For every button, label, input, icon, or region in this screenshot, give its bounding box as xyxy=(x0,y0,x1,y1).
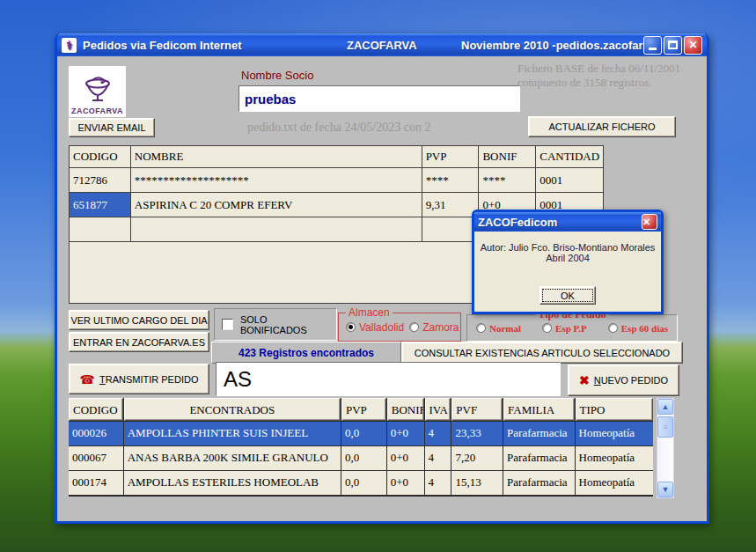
cell-codigo[interactable]: 712786 xyxy=(70,168,131,193)
cell-familia[interactable]: Parafarmacia xyxy=(503,422,575,445)
dialog-close-button[interactable]: ✕ xyxy=(642,214,657,230)
cell-nombre[interactable]: ******************** xyxy=(131,168,422,193)
actualizar-fichero-button[interactable]: ACTUALIZAR FICHERO xyxy=(528,116,676,137)
enviar-email-button[interactable]: ENVIAR EMAIL xyxy=(69,118,155,137)
cell-familia[interactable]: Parafarmacia xyxy=(503,446,575,470)
cell-familia[interactable]: Parafarmacia xyxy=(503,471,575,495)
nombre-socio-input[interactable] xyxy=(239,85,520,112)
radio-icon[interactable] xyxy=(476,323,486,333)
radio-normal[interactable]: Normal xyxy=(476,323,521,334)
title-bar[interactable]: ⚕ Pedidos via Fedicom Internet ZACOFARVA… xyxy=(57,33,707,56)
cell-codigo[interactable] xyxy=(70,217,131,242)
transmitir-label: TRANSMITIR PEDIDO xyxy=(99,374,198,385)
cell-encontrados[interactable]: AMPOLLAS PHINTER SUIS INJEEL xyxy=(124,422,341,445)
nuevo-pedido-button[interactable]: ✖ NUEVO PEDIDO xyxy=(568,364,679,396)
maximize-button[interactable] xyxy=(664,36,682,55)
tipo-pedido-group: Tipo de Pedido Normal Esp P.P Esp 60 dia… xyxy=(466,314,678,342)
radio-valladolid[interactable]: Valladolid xyxy=(346,321,404,334)
results-scrollbar[interactable]: ▲ ≡ ▼ xyxy=(657,398,674,498)
dialog-title-bar[interactable]: ZACOFedicom ✕ xyxy=(474,212,661,232)
cell-encontrados[interactable]: ANAS BARBA 200K SIMILE GRANULO xyxy=(124,446,341,470)
radio-checked-icon[interactable] xyxy=(346,322,356,332)
scroll-down-icon[interactable]: ▼ xyxy=(657,482,673,497)
table-row-selected[interactable]: 000026 AMPOLLAS PHINTER SUIS INJEEL 0,0 … xyxy=(69,422,653,445)
radio-label: Normal xyxy=(489,323,521,334)
solo-bonificados-panel: SOLO BONIFICADOS xyxy=(214,308,337,341)
status-text: 423 Registros encontrados xyxy=(239,347,374,359)
cell-pvp[interactable]: **** xyxy=(422,168,480,193)
col-header: CODIGO xyxy=(69,398,123,421)
radio-icon[interactable] xyxy=(542,323,552,333)
maximize-icon xyxy=(668,40,678,49)
radio-icon[interactable] xyxy=(608,323,618,333)
cell-iva[interactable]: 4 xyxy=(425,471,451,495)
radio-esp-pp[interactable]: Esp P.P xyxy=(542,323,587,334)
phone-icon: ☎ xyxy=(80,372,95,386)
entrar-zacofarva-button[interactable]: ENTRAR EN ZACOFARVA.ES xyxy=(69,332,209,352)
col-header: TIPO xyxy=(576,398,653,421)
transmitir-pedido-button[interactable]: ☎ TRANSMITIR PEDIDO xyxy=(69,364,209,394)
cell-pvp[interactable]: 0,0 xyxy=(341,471,386,495)
cell-pvp[interactable] xyxy=(422,217,480,242)
dialog-title: ZACOFedicom xyxy=(478,216,642,229)
radio-esp-60-dias[interactable]: Esp 60 dias xyxy=(608,323,668,334)
cell-pvp[interactable]: 0,0 xyxy=(341,446,386,470)
cell-codigo[interactable]: 651877 xyxy=(70,193,131,217)
table-row[interactable]: 000174 AMPOLLAS ESTERILES HOMEOLAB 0,0 0… xyxy=(69,471,653,495)
scrollbar-thumb[interactable]: ≡ xyxy=(657,416,673,438)
window-title-right: Noviembre 2010 -pedidos.zacofarv... xyxy=(461,39,643,52)
cell-encontrados[interactable]: AMPOLLAS ESTERILES HOMEOLAB xyxy=(124,471,341,495)
table-row[interactable]: 000067 ANAS BARBA 200K SIMILE GRANULO 0,… xyxy=(69,446,653,470)
pharmacy-icon: ⚕ xyxy=(62,38,77,53)
cell-pvp[interactable]: 0,0 xyxy=(341,422,386,445)
cell-tipo[interactable]: Homeopatía xyxy=(576,471,653,495)
cell-codigo[interactable]: 000174 xyxy=(69,471,123,495)
consultar-existencias-button[interactable]: CONSULTAR EXISTENCIAS ARTICULO SELECCION… xyxy=(401,342,683,364)
ok-button[interactable]: OK xyxy=(539,286,596,305)
cell-bonif[interactable]: 0+0 xyxy=(387,422,424,445)
cell-nombre[interactable] xyxy=(131,217,422,242)
order-table-header: CODIGO NOMBRE PVP BONIF CANTIDAD xyxy=(70,146,603,168)
cell-bonif[interactable]: 0+0 xyxy=(387,471,424,495)
fichero-base-info: Fichero BASE de fecha 06/11/2001 compues… xyxy=(517,62,686,91)
col-header: PVF xyxy=(451,398,503,421)
cell-pvf[interactable]: 7,20 xyxy=(451,446,503,470)
radio-icon[interactable] xyxy=(409,322,419,332)
radio-label: Zamora xyxy=(422,321,459,334)
pedido-file-info: pedido.txt de fecha 24/05/2023 con 2 xyxy=(247,121,430,135)
radio-label: Valladolid xyxy=(359,321,404,334)
cell-nombre[interactable]: ASPIRINA C 20 COMPR EFERV xyxy=(131,193,422,217)
cell-bonif[interactable]: **** xyxy=(479,168,536,193)
results-table-header: CODIGO ENCONTRADOS PVP BONIF IVA PVF FAM… xyxy=(69,398,653,421)
solo-bonificados-checkbox[interactable] xyxy=(222,319,233,330)
search-input[interactable] xyxy=(216,362,561,396)
ver-ultimo-cargo-button[interactable]: VER ULTIMO CARGO DEL DIA xyxy=(69,310,209,330)
cell-pvf[interactable]: 15,13 xyxy=(451,471,503,495)
dialog-date-line: Abril 2004 xyxy=(480,253,656,263)
col-header: BONIF xyxy=(479,146,536,168)
cell-codigo[interactable]: 000026 xyxy=(69,422,123,445)
logo-label: ZACOFARVA xyxy=(71,107,123,117)
cell-pvf[interactable]: 23,33 xyxy=(451,422,503,445)
col-header: CODIGO xyxy=(70,146,131,168)
cell-tipo[interactable]: Homeopatía xyxy=(576,422,653,445)
close-button[interactable]: ✕ xyxy=(684,36,702,55)
table-row[interactable]: 712786 ******************** **** **** 00… xyxy=(70,168,603,193)
nombre-socio-label: Nombre Socio xyxy=(241,69,313,82)
app-window: ⚕ Pedidos via Fedicom Internet ZACOFARVA… xyxy=(55,33,709,524)
results-table[interactable]: CODIGO ENCONTRADOS PVP BONIF IVA PVF FAM… xyxy=(69,398,653,497)
cell-pvp[interactable]: 9,31 xyxy=(422,193,480,217)
cell-cantidad[interactable]: 0001 xyxy=(536,168,603,193)
cell-iva[interactable]: 4 xyxy=(425,446,451,470)
scroll-up-icon[interactable]: ▲ xyxy=(657,399,673,415)
client-area: ZACOFARVA ENVIAR EMAIL Nombre Socio pedi… xyxy=(57,56,707,521)
cell-codigo[interactable]: 000067 xyxy=(69,446,123,470)
minimize-button[interactable] xyxy=(643,36,662,55)
cell-bonif[interactable]: 0+0 xyxy=(387,446,424,470)
cell-tipo[interactable]: Homeopatía xyxy=(576,446,653,470)
close-icon: ✕ xyxy=(688,39,697,51)
scrollbar-track[interactable] xyxy=(657,438,673,482)
cell-iva[interactable]: 4 xyxy=(425,422,451,445)
bowl-of-hygieia-icon xyxy=(80,71,115,107)
radio-zamora[interactable]: Zamora xyxy=(409,321,459,334)
